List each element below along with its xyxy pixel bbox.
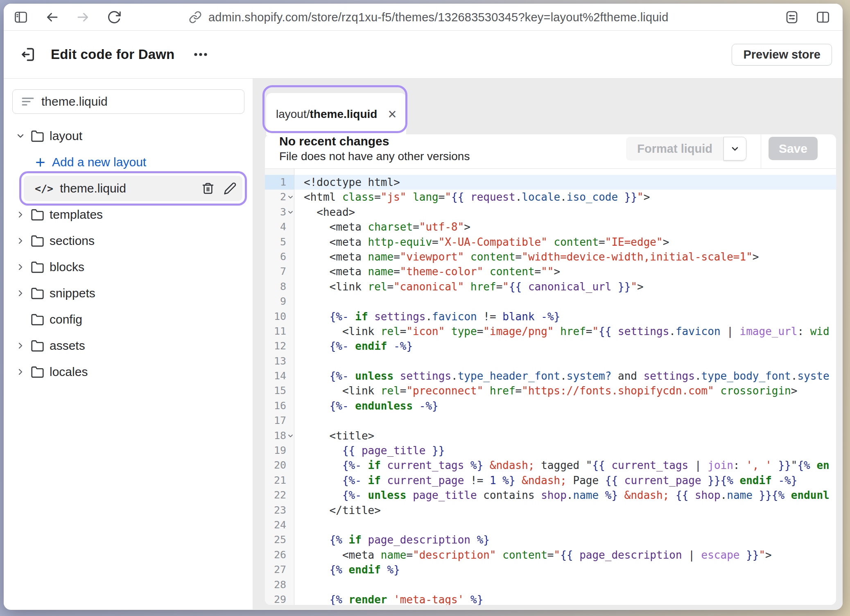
code-line[interactable]: <meta name="theme-color" content=""> [304,264,836,279]
add-new-layout-link[interactable]: Add a new layout [4,149,253,175]
folder-icon [31,339,44,353]
code-line[interactable]: </title> [304,503,836,518]
line-number[interactable]: 21 [265,473,294,488]
address-bar[interactable]: admin.shopify.com/store/rzq1xu-f5/themes… [189,4,669,31]
sidebar-item-blocks[interactable]: blocks [4,254,253,280]
line-number[interactable]: 16 [265,399,294,413]
sidebar-item-layout[interactable]: layout [4,123,253,149]
code-line[interactable] [304,354,836,369]
save-button[interactable]: Save [769,137,818,160]
back-icon[interactable] [45,10,59,25]
more-menu-icon[interactable] [193,52,208,57]
sidebar-item-sections[interactable]: sections [4,228,253,254]
line-number[interactable]: 11 [265,324,294,339]
code-line[interactable]: {%- if settings.favicon != blank -%} [304,309,836,324]
code-line[interactable]: {% endif %} [304,562,836,577]
format-liquid-button[interactable]: Format liquid [626,137,723,161]
line-number[interactable]: 3 [265,205,294,220]
code-line[interactable]: {{ page_title }} [304,443,836,458]
chevron-right-icon [16,367,25,377]
code-line[interactable]: <link rel="canonical" href="{{ canonical… [304,279,836,294]
line-number[interactable]: 25 [265,532,294,547]
split-view-icon[interactable] [816,10,830,25]
code-line[interactable]: <meta name="description" content="{{ pag… [304,548,836,562]
code-line[interactable]: <title> [304,428,836,443]
sidebar-item-config[interactable]: config [4,306,253,333]
code-line[interactable] [304,518,836,532]
reload-icon[interactable] [107,10,122,25]
sidebar-item-snippets[interactable]: snippets [4,280,253,306]
page-settings-icon[interactable] [784,10,799,25]
app-header: Edit code for Dawn Preview store [4,31,843,79]
plus-icon [35,157,46,168]
active-file-pill[interactable]: </>theme.liquid [24,176,242,201]
code-line[interactable]: {% render 'meta-tags' %} [304,592,836,605]
code-line[interactable]: {%- if current_page != 1 %} &ndash; Page… [304,473,836,488]
rename-file-icon[interactable] [224,182,237,195]
format-dropdown-button[interactable] [723,137,746,161]
code-line[interactable]: {%- endunless -%} [304,399,836,413]
close-icon[interactable]: × [388,107,396,122]
tab-layout-theme-liquid[interactable]: layout/theme.liquid × [266,93,406,135]
line-number[interactable]: 1 [265,175,294,190]
fold-chevron-icon[interactable] [287,434,294,438]
code-line[interactable]: <head> [304,205,836,220]
code-content[interactable]: <!doctype html><html class="js" lang="{{… [294,169,836,605]
line-number[interactable]: 18 [265,428,294,443]
code-line[interactable] [304,413,836,428]
line-number[interactable]: 4 [265,220,294,234]
line-number[interactable]: 26 [265,548,294,562]
code-line[interactable]: <link rel="preconnect" href="https://fon… [304,383,836,398]
code-line[interactable] [304,578,836,592]
line-number[interactable]: 14 [265,369,294,383]
line-number[interactable]: 19 [265,443,294,458]
line-number-gutter: 1234567891011121314151617181920212223242… [265,169,294,605]
forward-icon[interactable] [76,10,90,25]
exit-editor-icon[interactable] [20,46,37,63]
code-line[interactable]: <html class="js" lang="{{ request.locale… [304,190,836,204]
sidebar-item-assets[interactable]: assets [4,333,253,359]
browser-toolbar: admin.shopify.com/store/rzq1xu-f5/themes… [4,4,843,31]
sidebar-toggle-icon[interactable] [14,10,28,25]
line-number[interactable]: 10 [265,309,294,324]
code-line[interactable]: <!doctype html> [294,175,836,190]
code-line[interactable]: {%- endif -%} [304,339,836,353]
line-number[interactable]: 7 [265,264,294,279]
line-number[interactable]: 27 [265,562,294,577]
file-filter-input[interactable] [41,95,235,109]
line-number[interactable]: 8 [265,279,294,294]
delete-file-icon[interactable] [201,182,215,195]
sidebar-file-theme.liquid[interactable]: </>theme.liquid [4,175,253,202]
line-number[interactable]: 6 [265,249,294,264]
line-number[interactable]: 20 [265,458,294,473]
line-number[interactable]: 22 [265,488,294,503]
line-number[interactable]: 29 [265,592,294,605]
code-line[interactable]: {%- if current_tags %} &ndash; tagged "{… [304,458,836,473]
code-line[interactable]: <link rel="icon" type="image/png" href="… [304,324,836,339]
code-line[interactable]: <meta charset="utf-8"> [304,220,836,234]
code-line[interactable]: <meta http-equiv="X-UA-Compatible" conte… [304,235,836,249]
sidebar-item-locales[interactable]: locales [4,359,253,385]
line-number[interactable]: 24 [265,518,294,532]
line-number[interactable]: 17 [265,413,294,428]
code-line[interactable]: <meta name="viewport" content="width=dev… [304,249,836,264]
line-number[interactable]: 12 [265,339,294,353]
code-line[interactable]: {% if page_description %} [304,532,836,547]
line-number[interactable]: 9 [265,294,294,309]
code-editor[interactable]: 1234567891011121314151617181920212223242… [265,169,836,605]
line-number[interactable]: 13 [265,354,294,369]
sidebar-item-templates[interactable]: templates [4,202,253,228]
line-number[interactable]: 15 [265,383,294,398]
line-number[interactable]: 2 [265,190,294,204]
code-line[interactable]: {%- unless settings.type_header_font.sys… [304,369,836,383]
fold-chevron-icon[interactable] [287,195,294,199]
file-filter-box[interactable] [12,89,244,114]
fold-chevron-icon[interactable] [287,210,294,214]
preview-store-button[interactable]: Preview store [732,44,832,66]
code-line[interactable] [304,294,836,309]
line-number[interactable]: 5 [265,235,294,249]
chevron-right-icon [16,210,25,220]
code-line[interactable]: {%- unless page_title contains shop.name… [304,488,836,503]
line-number[interactable]: 23 [265,503,294,518]
line-number[interactable]: 28 [265,578,294,592]
